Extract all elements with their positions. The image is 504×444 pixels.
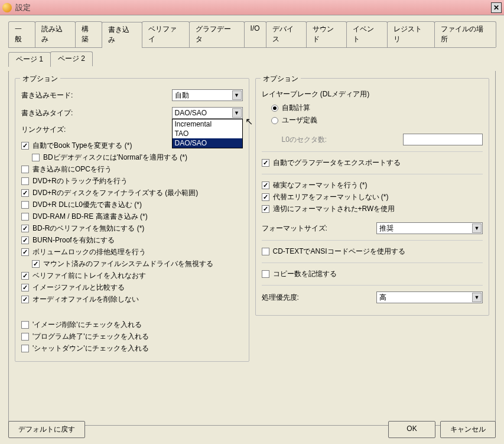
checkbox-delimage[interactable] <box>21 321 29 329</box>
cancel-button[interactable]: キャンセル <box>440 421 496 438</box>
tab-build[interactable]: 構築 <box>75 21 102 47</box>
tab-general[interactable]: 一般 <box>8 21 35 47</box>
tab-verify[interactable]: ベリファイ <box>142 21 190 47</box>
app-icon <box>2 3 12 12</box>
close-button[interactable]: ✕ <box>491 2 502 13</box>
layer-break-label: レイヤーブレーク (DLメディア用) <box>262 89 483 99</box>
right-options-group: オプション レイヤーブレーク (DLメディア用) 自動計算 ユーザ定義 L0のセ… <box>255 78 490 316</box>
checkbox-opc-label: 書き込み前にOPCを行う <box>32 164 112 174</box>
checkbox-dvdr-reserve[interactable] <box>21 177 29 185</box>
checkbox-closeprog[interactable] <box>21 333 29 341</box>
write-type-option-tao[interactable]: TAO <box>173 129 242 138</box>
right-group-title: オプション <box>261 74 301 84</box>
checkbox-userw-label: 適切にフォーマットされた+RWを使用 <box>273 204 395 214</box>
checkbox-remembercopies[interactable] <box>262 270 269 278</box>
checkbox-bdnormal[interactable] <box>32 154 40 161</box>
checkbox-shutdown-label: 'シャットダウン'にチェックを入れる <box>32 343 149 354</box>
radio-auto-label: 自動計算 <box>282 103 310 113</box>
radio-user-label: ユーザ定義 <box>282 115 317 125</box>
checkbox-shutdown[interactable] <box>21 345 29 352</box>
radio-user[interactable] <box>271 117 278 124</box>
priority-value: 高 <box>379 293 386 303</box>
checkbox-userw[interactable] <box>262 205 269 213</box>
checkbox-compare[interactable] <box>21 284 29 291</box>
checkbox-l0[interactable] <box>21 201 29 209</box>
tab-read[interactable]: 読み込み <box>35 21 76 47</box>
checkbox-bdnormal-label: BDビデオディスクには'Normal'を適用する (*) <box>43 153 187 163</box>
checkbox-dvdr-reserve-label: DVD+Rのトラック予約を行う <box>32 176 128 186</box>
left-column: オプション 書き込みモード: 自動 ▼ 書き込みタイプ: DAO/SAO ▼ I… <box>15 78 249 418</box>
checkbox-volumelock-label: ボリュームロックの排他処理を行う <box>32 247 146 257</box>
checkbox-ignoremount[interactable] <box>32 260 40 268</box>
checkbox-properformat[interactable] <box>262 182 269 189</box>
checkbox-keepaudio-label: オーディオファイルを削除しない <box>32 294 139 304</box>
checkbox-tray-label: ベリファイ前にトレイを入れなおす <box>32 271 146 281</box>
checkbox-cdtext-label: CD-TEXTでANSIコードページを使用する <box>273 247 405 257</box>
checkbox-exportgraph[interactable] <box>262 159 269 167</box>
tab-io[interactable]: I/O <box>244 21 266 47</box>
right-column: オプション レイヤーブレーク (DLメディア用) 自動計算 ユーザ定義 L0のセ… <box>255 78 490 418</box>
dropdown-arrow-icon: ▼ <box>472 293 482 302</box>
titlebar: 設定 ✕ <box>0 0 504 15</box>
checkbox-l0-label: DVD+R DLにL0優先で書き込む (*) <box>32 200 142 210</box>
checkbox-bdr-verify-label: BD-Rのベリファイを無効にする (*) <box>32 223 144 234</box>
checkbox-properformat-label: 確実なフォーマットを行う (*) <box>273 180 368 190</box>
write-type-value: DAO/SAO <box>175 109 207 117</box>
checkbox-booktype[interactable] <box>21 142 29 150</box>
dropdown-arrow-icon: ▼ <box>472 223 482 233</box>
format-size-label: フォーマットサイズ: <box>262 223 377 234</box>
format-size-value: 推奨 <box>379 223 394 234</box>
checkbox-keepaudio[interactable] <box>21 296 29 303</box>
checkbox-opc[interactable] <box>21 166 29 173</box>
dropdown-arrow-icon: ▼ <box>232 90 242 100</box>
tab-filelocations[interactable]: ファイルの場所 <box>434 21 496 47</box>
checkbox-fastwrite-label: DVD-RAM / BD-RE 高速書き込み (*) <box>32 212 148 222</box>
left-group-title: オプション <box>20 74 60 84</box>
write-type-select[interactable]: DAO/SAO ▼ Incremental TAO DAO/SAO ↖ <box>172 107 243 119</box>
l0-sector-label: L0のセクタ数: <box>282 135 404 145</box>
defaults-button[interactable]: デフォルトに戻す <box>8 421 85 438</box>
checkbox-dvdr-finalize-label: DVD+Rのディスクをファイナライズする (最小範囲) <box>32 188 198 198</box>
checkbox-tray[interactable] <box>21 272 29 280</box>
priority-select[interactable]: 高 ▼ <box>376 291 483 303</box>
tab-sound[interactable]: サウンド <box>306 21 347 47</box>
tab-graph[interactable]: グラフデータ <box>189 21 244 47</box>
write-type-option-incremental[interactable]: Incremental <box>173 119 242 129</box>
subtab-page1[interactable]: ページ 1 <box>8 52 51 67</box>
l0-sector-input[interactable] <box>403 134 483 145</box>
write-type-label: 書き込みタイプ: <box>21 108 172 118</box>
checkbox-closeprog-label: 'プログラム終了'にチェックを入れる <box>32 332 149 342</box>
checkbox-remembercopies-label: コピー数を記憶する <box>273 269 337 279</box>
checkbox-exportgraph-label: 自動でグラフデータをエクスポートする <box>273 158 401 168</box>
checkbox-dvdr-finalize[interactable] <box>21 189 29 197</box>
write-type-option-daosao[interactable]: DAO/SAO <box>173 138 242 148</box>
checkbox-nospare[interactable] <box>262 193 269 201</box>
tab-write[interactable]: 書き込み <box>102 22 142 48</box>
priority-label: 処理優先度: <box>262 293 377 303</box>
checkbox-volumelock[interactable] <box>21 248 29 256</box>
tab-device[interactable]: デバイス <box>266 21 307 47</box>
sub-tabs: ページ 1 ページ 2 <box>8 51 496 66</box>
write-type-dropdown: Incremental TAO DAO/SAO <box>172 119 243 148</box>
subtab-page2[interactable]: ページ 2 <box>50 51 93 66</box>
write-mode-value: 自動 <box>175 90 189 101</box>
checkbox-cdtext[interactable] <box>262 248 269 255</box>
radio-auto[interactable] <box>271 105 278 112</box>
main-tabs: 一般 読み込み 構築 書き込み ベリファイ グラフデータ I/O デバイス サウ… <box>8 21 496 48</box>
checkbox-nospare-label: 代替エリアをフォーマットしない (*) <box>273 192 389 202</box>
write-mode-select[interactable]: 自動 ▼ <box>172 89 243 101</box>
tab-registry[interactable]: レジストリ <box>387 21 435 47</box>
checkbox-booktype-label: 自動でBook Typeを変更する (*) <box>32 141 132 151</box>
checkbox-compare-label: イメージファイルと比較する <box>32 283 125 293</box>
format-size-select[interactable]: 推奨 ▼ <box>376 222 483 234</box>
left-options-group: オプション 書き込みモード: 自動 ▼ 書き込みタイプ: DAO/SAO ▼ I… <box>15 78 249 362</box>
checkbox-ignoremount-label: マウント済みのファイルシステムドライバを無視する <box>43 259 213 269</box>
mouse-cursor-icon: ↖ <box>245 116 253 127</box>
window-title: 設定 <box>15 2 491 13</box>
checkbox-burnproof[interactable] <box>21 236 29 244</box>
checkbox-bdr-verify[interactable] <box>21 225 29 232</box>
ok-button[interactable]: OK <box>388 421 435 438</box>
tab-events[interactable]: イベント <box>346 21 387 47</box>
write-mode-label: 書き込みモード: <box>21 90 172 101</box>
checkbox-fastwrite[interactable] <box>21 213 29 221</box>
